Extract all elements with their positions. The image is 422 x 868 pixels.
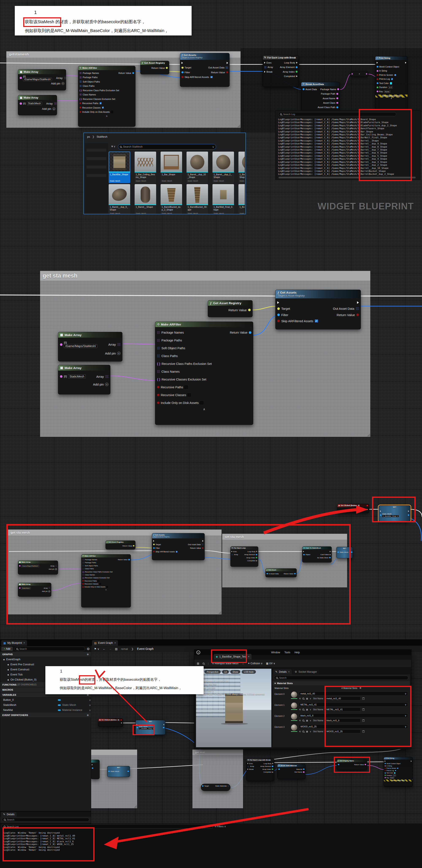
tab-socket-manager[interactable]: ⚙Socket Manager xyxy=(293,669,319,674)
checkbox[interactable] xyxy=(111,111,113,113)
add-pin-button[interactable]: + xyxy=(62,82,64,85)
print-string-node[interactable]: ƒPrint String World Context Object In St… xyxy=(384,757,413,786)
checkbox[interactable] xyxy=(391,78,393,80)
foreach-loop-break-node[interactable]: ↻For Each Loop with Break Exec Loop Body… xyxy=(263,55,299,87)
variable-row[interactable]: Button_0 ∨ xyxy=(0,698,91,703)
checkbox[interactable] xyxy=(210,76,213,78)
menu-item[interactable]: Window xyxy=(271,651,280,654)
make-arfilter-node[interactable]: ⟐Make ARFilter Package Names Return Valu… xyxy=(81,554,131,608)
get-asset-node[interactable]: ƒGet Asset In Asset DataReturn Value xyxy=(265,568,297,577)
add-dispatcher-button[interactable]: ⊕ xyxy=(87,714,89,717)
checkbox[interactable] xyxy=(200,401,203,405)
chevron-down-icon[interactable]: ∨ xyxy=(310,698,311,700)
chevron-down-icon[interactable]: ∨ xyxy=(310,708,311,711)
browse-icon[interactable] xyxy=(302,731,304,733)
set-static-mesh-node[interactable]: SET Static Mesh 1_BackBar_Shap ∨ xyxy=(379,505,411,522)
blueprint-search-input[interactable]: Search xyxy=(14,647,85,651)
set-static-mesh-node[interactable]: SET Static Mesh1_BackBar_Shap ∨ xyxy=(135,720,165,735)
set-node[interactable]: SET Static Mesh xyxy=(336,547,353,558)
filters-dropdown[interactable]: ≡ Filters ∨ xyxy=(215,825,226,828)
viewport-button[interactable]: Perspective xyxy=(204,670,221,674)
checkbox[interactable] xyxy=(99,102,102,104)
more-icon[interactable]: ⋮ xyxy=(242,662,244,665)
asset-tile[interactable]: 1_BarrelBucket_Shape Static Mesh xyxy=(187,184,208,214)
comment-header-get-mat[interactable]: get mat xyxy=(192,749,243,755)
asset-tile[interactable]: 1_Bar_Ceiling_Beams_Shape Static Mesh xyxy=(135,152,156,183)
material-slots-section[interactable]: ▾ Material Slots xyxy=(272,681,410,685)
slot-name-field[interactable]: metal_ncl1_40 xyxy=(325,696,361,700)
section-graphs[interactable]: GRAPHS⊕ xyxy=(0,652,91,657)
graph-item[interactable]: ◆ EventGraph xyxy=(0,657,91,662)
variable-row[interactable]: StaticMesh Static Mesh ∨ xyxy=(0,703,91,708)
bookmark-icon[interactable]: ⚑ ∨ xyxy=(94,647,99,651)
get-assets-node[interactable]: ƒ Get AssetsTarget is Asset Registry Tar… xyxy=(180,53,230,87)
uv-dropdown[interactable]: ▦ UV ∨ xyxy=(266,662,275,665)
set-node[interactable]: SET Static Mesh xyxy=(107,766,130,777)
folder-tree[interactable] xyxy=(85,143,108,213)
foreach-loop-break-node[interactable]: ↻For Each Loop with Break ExecLoop BodyA… xyxy=(247,758,274,781)
browse-icon[interactable] xyxy=(302,698,304,700)
add-pin-button[interactable]: + xyxy=(53,107,55,110)
comment-header-get-sta-mesh[interactable]: get sta mesh xyxy=(40,271,370,281)
close-icon[interactable]: × xyxy=(24,642,25,644)
array-value-field[interactable]: /Game/Maps/StaMesh/ xyxy=(23,78,52,81)
tab-backbar-shape-test[interactable]: ◆1_BackBar_Shape_Test× xyxy=(214,654,252,659)
get-asset-registry-node[interactable]: ƒGet Asset Registry Return Value xyxy=(140,61,169,74)
browse-icon[interactable] xyxy=(302,719,304,721)
material-dropdown[interactable]: metal_ncl1_40∨ xyxy=(299,691,408,696)
get-static-materials-node[interactable]: TargetStatic Materials xyxy=(201,784,230,791)
horizontal-scrollbar[interactable] xyxy=(279,177,416,178)
checkbox[interactable] xyxy=(102,106,104,109)
tab-event-graph[interactable]: ▤Event Graph× xyxy=(92,640,118,646)
use-selected-icon[interactable]: ⟲ xyxy=(299,698,301,700)
asset-tile[interactable]: 1_Barrel__Shape Static Mesh xyxy=(135,184,156,214)
asset-tile[interactable]: 1_Bar_Shape Static Mesh xyxy=(161,152,182,183)
asset-tile[interactable]: 1_Barrel__dup_9_Shape Static Mesh xyxy=(109,184,130,214)
close-icon[interactable]: × xyxy=(248,655,250,658)
menu-item[interactable]: Tools xyxy=(285,651,290,654)
material-thumbnail[interactable] xyxy=(291,691,297,698)
comment-body[interactable] xyxy=(192,755,243,808)
dice-icon[interactable]: ▦ xyxy=(306,698,308,700)
use-selected-icon[interactable]: ⟲ xyxy=(299,719,301,722)
reimport-button[interactable]: ↻ Reimport Base Mesh xyxy=(212,662,238,665)
material-thumbnail[interactable] xyxy=(291,713,297,720)
forward-arrow-icon[interactable]: → xyxy=(109,647,111,651)
add-graph-button[interactable]: ⊕ xyxy=(87,653,89,656)
tab-my-blueprint[interactable]: ▦My Blueprint× xyxy=(1,640,27,646)
collapse-chevron[interactable]: ∧ xyxy=(376,97,408,100)
gear-icon[interactable]: ⚙ xyxy=(87,647,90,651)
details-search-input[interactable]: Search xyxy=(274,676,408,680)
cast-to-staticmesh-node[interactable]: ➜Cast To StaticMesh ObjectCast FailedAs … xyxy=(302,547,332,562)
cast-node-partial[interactable] xyxy=(91,760,100,779)
chevron-down-icon[interactable]: ∨ xyxy=(310,730,311,733)
on-clicked-event-node[interactable]: ◆On Clicked (Button_0) xyxy=(98,718,123,727)
checkbox[interactable] xyxy=(315,319,318,322)
browse-icon[interactable] xyxy=(302,709,304,711)
dice-icon[interactable]: ▦ xyxy=(306,708,308,711)
break-staticmaterial-node[interactable]: ⟐Break StaticMaterial MaterialSlot Name xyxy=(277,764,305,779)
delete-slot-icon[interactable] xyxy=(362,730,364,733)
make-array-node[interactable]: ▦Make Array [0] /Game/Maps/StaMesh/ Arra… xyxy=(18,69,66,90)
dice-icon[interactable]: ▦ xyxy=(306,730,308,733)
menu-item[interactable]: Help xyxy=(295,651,300,654)
details-search-input[interactable]: Search xyxy=(2,818,89,822)
add-pin-button[interactable]: + xyxy=(105,383,108,386)
section-event-dispatchers[interactable]: EVENT DISPATCHERS⊕ xyxy=(0,713,91,718)
array-value-field[interactable]: /Game/Maps/StaMesh/ xyxy=(64,344,97,348)
variable-row[interactable]: NewMat Material Instance ∨ xyxy=(0,708,91,713)
add-pin-button[interactable]: + xyxy=(117,352,120,355)
material-dropdown[interactable]: black_ncl1_6∨ xyxy=(299,713,408,718)
comment-header-set-sta-mesh[interactable]: set sta mesh xyxy=(222,534,347,540)
browse-to-asset-icon[interactable] xyxy=(202,662,204,664)
dice-icon[interactable]: ▦ xyxy=(306,719,308,722)
chevron-icon[interactable]: ∨ xyxy=(89,699,91,702)
log-search-input[interactable]: Search Log xyxy=(278,112,396,116)
log-search-input[interactable]: Search Log xyxy=(2,824,213,829)
slot-name-field[interactable]: METAL_ncl1_41 xyxy=(325,708,361,711)
checkbox[interactable] xyxy=(188,393,191,397)
chevron-down-icon[interactable]: ∨ xyxy=(212,145,214,149)
comment-header[interactable] xyxy=(88,749,137,755)
get-assets-node[interactable]: ƒ Get AssetsTarget is Asset Registry Tar… xyxy=(152,533,205,560)
make-array-node[interactable]: ▦Make Array [0] StaticMesh Array Add pin… xyxy=(58,365,110,395)
